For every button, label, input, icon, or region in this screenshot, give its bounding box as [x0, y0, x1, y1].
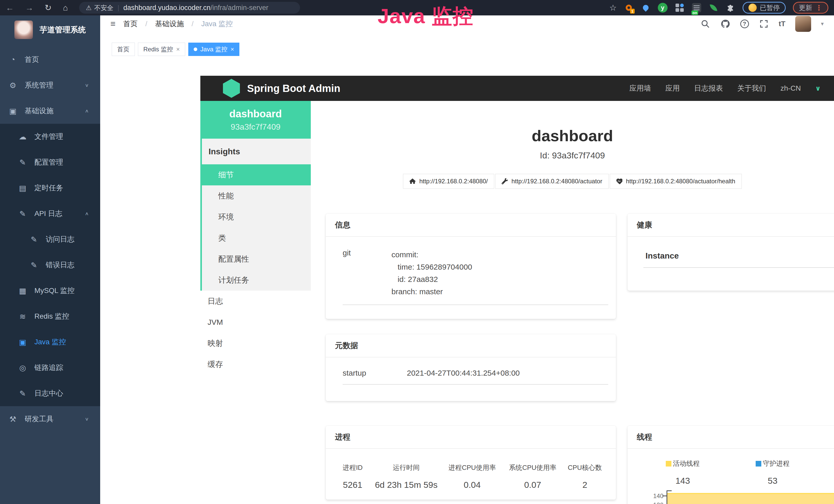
sba-sidebar: dashboard 93a3fc7f7409 Insights 细节 性能 环境…: [200, 101, 311, 504]
extension-updater-icon[interactable]: 1: [624, 3, 634, 13]
sba-nav-journal[interactable]: 日志报表: [694, 84, 723, 93]
address-bar[interactable]: ⚠ 不安全 | dashboard.yudao.iocoder.cn/infra…: [79, 2, 300, 14]
card-title: 进程: [335, 432, 350, 442]
breadcrumb-home[interactable]: 首页: [123, 19, 138, 29]
sba-item-metrics[interactable]: 性能: [202, 185, 311, 206]
sba-item-config-props[interactable]: 配置属性: [202, 249, 311, 270]
tab-label: 首页: [117, 45, 129, 53]
sba-brand[interactable]: Spring Boot Admin: [247, 83, 340, 94]
sidebar-item-access-log[interactable]: ✎ 访问日志: [0, 226, 100, 252]
breadcrumb-current: Java 监控: [201, 19, 233, 29]
extension-pin-icon[interactable]: [641, 3, 651, 13]
extension-switch-icon[interactable]: on: [692, 3, 701, 13]
extensions-puzzle-icon[interactable]: [726, 3, 736, 13]
browser-forward-icon[interactable]: →: [25, 3, 34, 13]
fullscreen-icon[interactable]: [759, 19, 769, 29]
health-key: Instance: [645, 251, 679, 260]
infrastructure-submenu: ☁ 文件管理 ✎ 配置管理 ▤ 定时任务 ✎ API 日志 ∧ ✎: [0, 124, 100, 406]
sidebar-item-tracing[interactable]: ◎ 链路追踪: [0, 355, 100, 381]
sba-item-details[interactable]: 细节: [200, 164, 311, 185]
process-col-cpu: 进程CPU使用率 0.04: [440, 463, 504, 490]
browser-menu-icon[interactable]: ⋮: [815, 4, 822, 12]
sba-nav-wallboard[interactable]: 应用墙: [630, 84, 651, 93]
search-icon[interactable]: [700, 19, 710, 29]
sba-item-logs[interactable]: 日志: [200, 291, 311, 312]
chevron-down-icon: ∨: [85, 416, 89, 422]
sidebar-item-log-center[interactable]: ✎ 日志中心: [0, 381, 100, 406]
sidebar-item-java-monitor[interactable]: ▣ Java 监控: [0, 329, 100, 355]
close-icon[interactable]: ×: [231, 46, 234, 53]
sba-logo-icon[interactable]: [223, 79, 240, 98]
security-warning[interactable]: ⚠ 不安全: [86, 4, 113, 12]
app-logo[interactable]: 芋道管理系统: [0, 16, 100, 44]
sba-item-jvm[interactable]: JVM: [200, 312, 311, 333]
header-actions: ? tT ▾: [700, 16, 824, 32]
sidebar-item-infrastructure[interactable]: ▣ 基础设施 ∧: [0, 98, 100, 124]
edit-icon: ✎: [29, 235, 39, 244]
help-icon[interactable]: ?: [740, 20, 749, 28]
tab-redis-monitor[interactable]: Redis 监控 ×: [138, 43, 185, 56]
sidebar-item-api-log[interactable]: ✎ API 日志 ∧: [0, 201, 100, 226]
breadcrumb-infrastructure[interactable]: 基础设施: [155, 19, 184, 29]
extension-y-icon[interactable]: y: [658, 3, 667, 13]
bookmark-star-icon[interactable]: ☆: [609, 3, 617, 13]
edit-icon: ✎: [18, 158, 28, 167]
y-axis-hook: [666, 490, 672, 491]
chevron-down-icon[interactable]: ∨: [815, 85, 821, 92]
browser-back-icon[interactable]: ←: [6, 3, 14, 13]
recorder-paused-pill[interactable]: 已暂停: [743, 2, 786, 14]
health-row[interactable]: Instance UP: [628, 237, 834, 260]
sidebar-item-error-log[interactable]: ✎ 错误日志: [0, 252, 100, 278]
process-table: 进程ID 5261 运行时间 6d 23h 15m 59s 进程CPU使用率 0…: [326, 449, 616, 490]
card-title: 线程: [637, 432, 652, 442]
github-icon[interactable]: [720, 19, 730, 29]
tab-java-monitor[interactable]: Java 监控 ×: [188, 43, 239, 56]
close-icon[interactable]: ×: [176, 46, 180, 53]
sba-item-environment[interactable]: 环境: [202, 206, 311, 228]
info-value: commit: time: 1596289704000 id: 27aa832 …: [391, 249, 472, 298]
sidebar-item-system[interactable]: ⚙ 系统管理 ∨: [0, 72, 100, 98]
tick-mark: [662, 496, 666, 496]
sidebar-item-config-manage[interactable]: ✎ 配置管理: [0, 150, 100, 175]
sidebar-item-scheduled-jobs[interactable]: ▤ 定时任务: [0, 175, 100, 201]
sidebar-item-label: 链路追踪: [35, 363, 63, 372]
extension-grid-icon[interactable]: [675, 3, 684, 13]
sba-item-classes[interactable]: 类: [202, 228, 311, 249]
browser-home-icon[interactable]: ⌂: [63, 3, 68, 13]
sba-item-mappings[interactable]: 映射: [200, 333, 311, 354]
edit-icon: ✎: [18, 209, 28, 218]
service-url-link[interactable]: http://192.168.0.2:48080/: [403, 174, 494, 189]
process-card: 进程 进程ID 5261 运行时间 6d 23h 15m 59s 进程CPU使用…: [326, 426, 616, 500]
gear-icon: ⚙: [8, 81, 18, 90]
y-tick-120: 120: [643, 501, 663, 504]
sidebar-item-redis-monitor[interactable]: ≋ Redis 监控: [0, 303, 100, 329]
actuator-url-link[interactable]: http://192.168.0.2:48080/actuator: [495, 174, 609, 189]
sidebar-item-dev-tools[interactable]: ⚒ 研发工具 ∨: [0, 406, 100, 432]
user-caret-icon[interactable]: ▾: [821, 21, 824, 27]
browser-reload-icon[interactable]: ↻: [45, 3, 52, 13]
tab-home[interactable]: 首页: [112, 43, 135, 56]
hamburger-icon[interactable]: ≡: [110, 19, 115, 29]
sidebar-item-file-manage[interactable]: ☁ 文件管理: [0, 124, 100, 150]
sba-item-scheduled-tasks[interactable]: 计划任务: [202, 270, 311, 291]
security-label: 不安全: [94, 4, 113, 12]
sba-instance-header[interactable]: dashboard 93a3fc7f7409: [200, 101, 311, 139]
link-label: http://192.168.0.2:48080/: [419, 178, 488, 185]
chrome-update-button[interactable]: 更新 ⋮: [793, 2, 828, 14]
sba-nav-applications[interactable]: 应用: [665, 84, 680, 93]
sidebar-item-label: 定时任务: [35, 183, 63, 193]
user-avatar[interactable]: [795, 16, 811, 32]
sidebar-item-label: Java 监控: [35, 337, 66, 347]
extension-leaf-icon[interactable]: [709, 3, 719, 13]
health-url-link[interactable]: http://192.168.0.2:48080/actuator/health: [610, 174, 742, 189]
sba-nav-about[interactable]: 关于我们: [738, 84, 766, 93]
font-size-icon[interactable]: tT: [779, 20, 786, 28]
tags-view: 首页 Redis 监控 × Java 监控 ×: [100, 32, 834, 60]
sba-nav-language[interactable]: zh-CN: [781, 84, 801, 92]
sidebar-item-mysql-monitor[interactable]: ▦ MySQL 监控: [0, 278, 100, 303]
sidebar-item-label: 文件管理: [35, 132, 63, 141]
insights-group: Insights 细节 性能 环境 类 配置属性 计划任务: [200, 139, 311, 291]
sidebar-item-home[interactable]: ◔ 首页: [0, 47, 100, 72]
sba-item-caches[interactable]: 缓存: [200, 354, 311, 375]
url-text[interactable]: dashboard.yudao.iocoder.cn/infra/admin-s…: [123, 4, 268, 12]
